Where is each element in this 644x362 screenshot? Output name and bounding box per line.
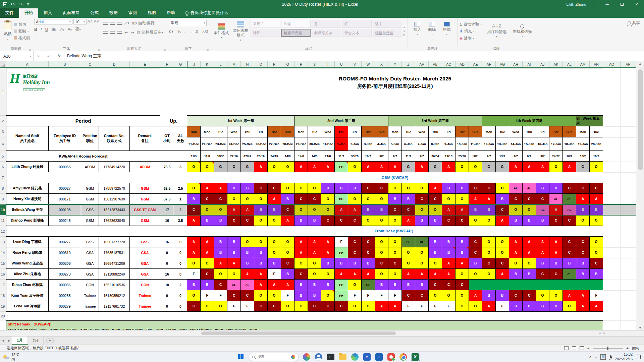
day-name-cell[interactable]: Sun [281, 126, 294, 137]
shift-cell[interactable]: A [254, 269, 268, 280]
section-left-blank[interactable] [6, 226, 187, 237]
shift-cell[interactable]: C [375, 258, 388, 269]
staff-name-cell[interactable]: Kimi Yuan 袁宇峥琦 [6, 290, 49, 301]
row-header[interactable]: 12 [0, 226, 6, 237]
shift-cell[interactable]: O [268, 237, 281, 247]
day-name-cell[interactable]: Sun [469, 126, 482, 137]
shift-cell[interactable]: A [429, 269, 442, 280]
font-name-combo[interactable]: Arial▾ [34, 19, 72, 24]
cell-style-chip[interactable]: 适中 [373, 20, 402, 28]
shift-cell[interactable]: B [482, 204, 496, 215]
shift-cell[interactable]: A [442, 258, 455, 269]
remark-cell[interactable]: CON [130, 280, 160, 290]
shift-cell[interactable]: AL [523, 183, 536, 194]
day-name-cell[interactable]: Mon [576, 126, 590, 137]
shift-cell[interactable]: O [402, 247, 415, 258]
shift-cell[interactable]: C [590, 183, 603, 194]
shift-cell[interactable]: O [482, 269, 496, 280]
shift-cell[interactable]: C [268, 301, 281, 312]
forecast-cell[interactable]: 14/8 [281, 151, 294, 162]
al-cell[interactable]: 0 [174, 258, 187, 269]
shift-cell[interactable]: CL [362, 280, 375, 290]
scroll-left-icon[interactable]: ◂ [599, 331, 600, 335]
shift-cell[interactable]: O [429, 204, 442, 215]
column-header[interactable]: AF [482, 61, 496, 67]
tab-help[interactable]: 帮助 [161, 8, 180, 18]
zoom-knob[interactable] [607, 347, 608, 350]
date-cell[interactable]: 1-Jan [335, 137, 348, 151]
shift-cell[interactable]: O [268, 290, 281, 301]
row-header[interactable]: 8 [0, 183, 6, 194]
shift-cell[interactable]: B [241, 258, 254, 269]
al-cell[interactable]: 2 [174, 204, 187, 215]
percent-icon[interactable]: % [177, 29, 181, 34]
shift-cell[interactable]: C [469, 183, 482, 194]
forecast-cell[interactable]: 9/7 [388, 151, 402, 162]
al-cell[interactable]: 2 [174, 280, 187, 290]
shift-cell[interactable]: A [455, 258, 469, 269]
shift-cell[interactable]: B [442, 247, 455, 258]
forecast-cell[interactable]: 9/7 [469, 151, 482, 162]
position-cell[interactable]: Trainee [81, 301, 99, 312]
shift-cell[interactable]: C [281, 258, 294, 269]
italic-icon[interactable]: I [41, 27, 42, 32]
shift-cell[interactable]: A [335, 269, 348, 280]
row-header[interactable]: 7 [0, 172, 6, 183]
start-button[interactable] [236, 353, 245, 361]
close-button[interactable]: × [629, 0, 644, 8]
ot-cell[interactable]: 0 [160, 258, 174, 269]
comma-icon[interactable]: , [185, 29, 186, 34]
font-dialog-launcher[interactable]: ⇲ [98, 48, 100, 51]
shift-cell[interactable]: B [227, 237, 241, 247]
forecast-cell[interactable]: 10/7 [590, 151, 603, 162]
new-sheet-button[interactable]: + [46, 338, 54, 343]
bold-icon[interactable]: B [34, 27, 37, 32]
shift-cell[interactable]: A [563, 290, 576, 301]
shift-cell[interactable]: B [590, 204, 603, 215]
shift-cell[interactable]: C [308, 194, 321, 204]
staff-name-cell[interactable]: Lven Ding 丁相斌 [6, 237, 49, 247]
shift-cell[interactable]: B [563, 258, 576, 269]
taskbar-app-excel[interactable]: X [411, 353, 420, 361]
shift-cell[interactable]: O [254, 194, 268, 204]
shift-cell[interactable]: A [281, 280, 294, 290]
column-header[interactable]: O [254, 61, 268, 67]
date-cell[interactable]: 7-Jan [415, 137, 429, 151]
column-header[interactable]: J [187, 61, 201, 67]
forecast-cell[interactable]: 36/34 [429, 151, 442, 162]
sort-filter-button[interactable]: A⇂Z排序和筛选▾ [486, 19, 507, 43]
shift-cell[interactable]: B [523, 301, 536, 312]
shift-cell[interactable]: C [348, 237, 362, 247]
date-cell[interactable]: 29-Dec [294, 137, 308, 151]
shift-cell[interactable]: A [442, 162, 455, 172]
forecast-cell[interactable]: 10/7 [563, 151, 576, 162]
shift-cell[interactable]: O [455, 162, 469, 172]
remark-cell[interactable]: GSM [130, 183, 160, 194]
insert-function-icon[interactable]: fx [57, 54, 60, 59]
borders-icon[interactable]: ⊞▾ [52, 27, 57, 32]
al-cell[interactable]: 0 [174, 301, 187, 312]
shift-cell[interactable]: B [469, 204, 482, 215]
shift-cell[interactable]: C [523, 194, 536, 204]
column-header[interactable]: C [81, 61, 99, 67]
shift-cell[interactable]: O [187, 183, 201, 194]
position-cell[interactable]: GSM [81, 215, 99, 226]
shift-cell[interactable]: O [523, 258, 536, 269]
shift-cell[interactable]: O [268, 162, 281, 172]
day-name-cell[interactable]: Thu [429, 126, 442, 137]
shift-cell[interactable]: B [415, 215, 429, 226]
shift-cell[interactable]: O [402, 258, 415, 269]
shift-cell[interactable]: B [536, 258, 549, 269]
shift-cell[interactable]: O [375, 194, 388, 204]
day-name-cell[interactable]: Wed [227, 126, 241, 137]
row-header[interactable]: 13 [0, 237, 6, 247]
alignment-dialog-launcher[interactable]: ⇲ [163, 48, 166, 51]
date-cell[interactable]: 19-Jan [576, 137, 590, 151]
shift-cell[interactable]: A [227, 258, 241, 269]
day-name-cell[interactable]: Tue [402, 126, 415, 137]
vertical-scroll-thumb[interactable] [638, 69, 643, 170]
shift-cell[interactable]: B [536, 215, 549, 226]
shift-cell[interactable]: O [281, 247, 294, 258]
shift-cell[interactable]: C [415, 290, 429, 301]
shift-cell[interactable]: B [241, 183, 254, 194]
